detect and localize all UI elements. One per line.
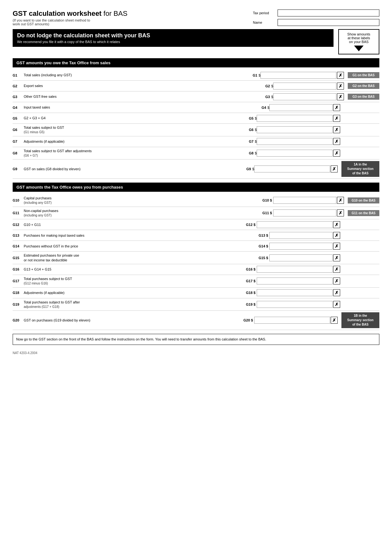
alert-heading: Do not lodge the calculation sheet with … bbox=[17, 32, 150, 39]
name-label: Name bbox=[253, 21, 275, 24]
row-g4: G4 Input taxed sales G4 $ ✗ bbox=[13, 102, 379, 113]
g5-input[interactable] bbox=[257, 115, 333, 122]
section1-header: GST amounts you owe the Tax Office from … bbox=[13, 58, 379, 67]
row-g20: G20 GST on purchases (G19 divided by ele… bbox=[13, 311, 379, 330]
g18-input[interactable] bbox=[257, 289, 333, 296]
g18-stamp: ✗ bbox=[333, 289, 340, 296]
row-g8: G8 Total sales subject to GST after adju… bbox=[13, 147, 379, 160]
title-normal: for BAS bbox=[101, 9, 127, 17]
row-g17: G17 Total purchases subject to GST(G12 m… bbox=[13, 275, 379, 288]
g11-bas-label: G11 on the BAS bbox=[348, 210, 379, 216]
g11-stamp: ✗ bbox=[337, 209, 344, 216]
g9-stamp: ✗ bbox=[331, 165, 338, 172]
g1-stamp: ✗ bbox=[337, 72, 344, 79]
alert-section: Do not lodge the calculation sheet with … bbox=[13, 29, 379, 54]
g13-stamp: ✗ bbox=[333, 232, 340, 239]
g14-input[interactable] bbox=[269, 243, 333, 250]
g10-stamp: ✗ bbox=[337, 197, 344, 204]
show-amounts-box: Show amountsat these labelson your BAS bbox=[338, 29, 379, 54]
header: GST calculation worksheet for BAS (If yo… bbox=[13, 9, 379, 26]
row-g15: G15 Estimated purchases for private useo… bbox=[13, 252, 379, 264]
title-block: GST calculation worksheet for BAS (If yo… bbox=[13, 9, 243, 26]
g3-bas-label: G3 on the BAS bbox=[348, 94, 379, 100]
g7-input[interactable] bbox=[257, 138, 333, 145]
alert-banner: Do not lodge the calculation sheet with … bbox=[13, 29, 334, 47]
nat-note: NAT 4203-4.2004 bbox=[13, 351, 379, 355]
row-g10: G10 Capital purchases(including any GST)… bbox=[13, 194, 379, 207]
purchases-form: G10 Capital purchases(including any GST)… bbox=[13, 194, 379, 330]
row-g1: G1 Total sales (including any GST) G1 $ … bbox=[13, 70, 379, 81]
row-g5: G5 G2 + G3 + G4 G5 $ ✗ bbox=[13, 113, 379, 124]
tax-period-row: Tax period bbox=[253, 9, 379, 16]
g3-stamp: ✗ bbox=[337, 93, 344, 100]
row-g2: G2 Export sales G2 $ ✗ G2 on the BAS bbox=[13, 81, 379, 91]
g6-input[interactable] bbox=[257, 126, 333, 133]
g6-stamp: ✗ bbox=[333, 126, 340, 133]
g17-stamp: ✗ bbox=[333, 278, 340, 284]
row-g11: G11 Non-capital purchases(including any … bbox=[13, 207, 379, 220]
row-g18: G18 Adjustments (if applicable) G18 $ ✗ bbox=[13, 288, 379, 298]
g1-input[interactable] bbox=[260, 72, 336, 79]
page-container: GST calculation worksheet for BAS (If yo… bbox=[13, 9, 379, 355]
g5-stamp: ✗ bbox=[333, 115, 340, 122]
g2-stamp: ✗ bbox=[337, 83, 344, 90]
section2-header: GST amounts the Tax Office owes you from… bbox=[13, 183, 379, 192]
row-g7: G7 Adjustments (if applicable) G7 $ ✗ bbox=[13, 136, 379, 147]
tax-period-label: Tax period bbox=[253, 11, 275, 15]
row-g16: G16 G13 + G14 + G15 G16 $ ✗ bbox=[13, 264, 379, 275]
row-g6: G6 Total sales subject to GST(G1 minus G… bbox=[13, 124, 379, 136]
g10-input[interactable] bbox=[273, 197, 336, 204]
g12-input[interactable] bbox=[257, 221, 333, 228]
show-amounts-label: Show amountsat these labelson your BAS bbox=[347, 32, 371, 44]
row-g9: G9 GST on sales (G8 divided by eleven) G… bbox=[13, 159, 379, 179]
subtitle: (If you want to use the calculation shee… bbox=[13, 18, 243, 26]
g8-stamp: ✗ bbox=[333, 150, 340, 157]
g2-input[interactable] bbox=[273, 83, 336, 90]
g20-bas-label: 1B in theSummary sectionof the BAS bbox=[341, 312, 379, 328]
name-row: Name bbox=[253, 19, 379, 26]
alert-subtext: We recommend you file it with a copy of … bbox=[17, 40, 150, 44]
main-title: GST calculation worksheet for BAS bbox=[13, 9, 243, 18]
g9-input[interactable] bbox=[254, 165, 330, 172]
row-g14: G14 Purchases without GST in the price G… bbox=[13, 241, 379, 252]
g8-input[interactable] bbox=[257, 150, 333, 157]
footer-note: Now go to the GST section on the front o… bbox=[13, 334, 379, 345]
g15-stamp: ✗ bbox=[333, 254, 340, 261]
g4-input[interactable] bbox=[269, 104, 333, 111]
tax-period-block: Tax period Name bbox=[253, 9, 379, 26]
g17-input[interactable] bbox=[257, 278, 333, 284]
sales-form: G1 Total sales (including any GST) G1 $ … bbox=[13, 70, 379, 179]
row-g12: G12 G10 + G11 G12 $ ✗ bbox=[13, 219, 379, 230]
name-input[interactable] bbox=[278, 19, 379, 26]
title-bold: GST calculation worksheet bbox=[13, 9, 101, 17]
row-g3: G3 Other GST-free sales G3 $ ✗ G3 on the… bbox=[13, 91, 379, 102]
g19-input[interactable] bbox=[257, 301, 333, 308]
tax-period-input[interactable] bbox=[278, 9, 379, 16]
row-g13: G13 Purchases for making input taxed sal… bbox=[13, 230, 379, 241]
g4-stamp: ✗ bbox=[333, 104, 340, 111]
g15-input[interactable] bbox=[269, 254, 333, 261]
row-g19: G19 Total purchases subject to GST after… bbox=[13, 298, 379, 311]
g14-stamp: ✗ bbox=[333, 243, 340, 250]
g20-input[interactable] bbox=[254, 317, 330, 324]
g3-input[interactable] bbox=[273, 93, 336, 100]
g7-stamp: ✗ bbox=[333, 138, 340, 145]
g16-stamp: ✗ bbox=[333, 266, 340, 273]
g9-bas-label: 1A in theSummary sectionof the BAS bbox=[341, 161, 379, 177]
g13-input[interactable] bbox=[269, 232, 333, 239]
g11-input[interactable] bbox=[273, 209, 336, 216]
g12-stamp: ✗ bbox=[333, 221, 340, 228]
g16-input[interactable] bbox=[257, 266, 333, 273]
g19-stamp: ✗ bbox=[333, 301, 340, 308]
g1-bas-label: G1 on the BAS bbox=[348, 72, 379, 78]
alert-text: Do not lodge the calculation sheet with … bbox=[17, 32, 150, 44]
g20-stamp: ✗ bbox=[331, 317, 338, 324]
g10-bas-label: G10 on the BAS bbox=[348, 197, 379, 203]
g2-bas-label: G2 on the BAS bbox=[348, 83, 379, 89]
